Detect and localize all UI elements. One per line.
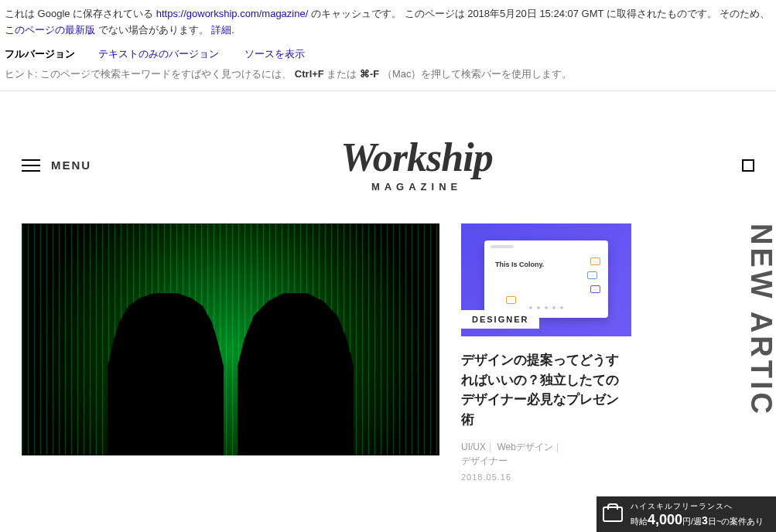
article-card[interactable]: This Is Colony. ··· ··· ··· ··· DESIGNER… [461,223,631,482]
hamburger-icon [22,159,40,172]
cache-tabs: フルバージョン テキストのみのバージョン ソースを表示 [5,46,771,63]
cache-info-line: これは Google に保存されている https://goworkship.c… [5,6,771,39]
cache-tab-text[interactable]: テキストのみのバージョン [98,48,219,60]
logo-main: Workship [340,138,492,178]
cache-tab-full[interactable]: フルバージョン [5,48,75,60]
tag[interactable]: UI/UX [461,442,486,452]
tag[interactable]: デザイナー [461,455,508,466]
category-badge: DESIGNER [461,310,539,329]
site-logo[interactable]: Workship MAGAZINE [340,138,492,193]
tag[interactable]: Webデザイン [497,442,552,452]
featured-article-image[interactable] [22,223,439,455]
article-title: デザインの提案ってどうすればいいの？独立したてのデザイナー必見なプレゼン術 [461,350,631,429]
site-header: MENU Workship MAGAZINE [0,91,776,223]
silhouettes [108,293,354,455]
person-silhouette [108,293,224,455]
main-content: This Is Colony. ··· ··· ··· ··· DESIGNER… [0,223,776,482]
menu-label: MENU [51,159,91,172]
cache-tab-source[interactable]: ソースを表示 [244,48,305,60]
section-label-vertical: NEW ARTIC [744,223,776,417]
cache-latest-link[interactable]: このページの最新版 [5,24,95,36]
cache-details-link[interactable]: 詳細. [211,24,234,36]
cache-text: でない場合があります。 [98,24,212,36]
person-silhouette [238,293,354,455]
search-icon[interactable] [742,159,754,172]
cache-url-link[interactable]: https://goworkship.com/magazine/ [156,8,309,19]
cache-header: これは Google に保存されている https://goworkship.c… [0,0,776,91]
logo-sub: MAGAZINE [340,181,492,193]
article-tags: UI/UX| Webデザイン| デザイナー [461,440,631,468]
cache-text: これは Google に保存されている [5,8,156,19]
side-column: This Is Colony. ··· ··· ··· ··· DESIGNER… [461,223,631,482]
menu-button[interactable]: MENU [22,159,91,172]
mock-hero-text: This Is Colony. [495,261,544,268]
cache-text: のキャッシュです。 このページは 2018年5月20日 15:24:07 GMT… [311,8,771,19]
article-date: 2018.05.16 [461,472,631,482]
cache-hint: ヒント: このページで検索キーワードをすばやく見つけるには、 Ctrl+F また… [5,66,771,83]
article-thumbnail: This Is Colony. ··· ··· ··· ··· DESIGNER [461,223,631,336]
mock-window: This Is Colony. ··· ··· ··· ··· [484,240,608,318]
